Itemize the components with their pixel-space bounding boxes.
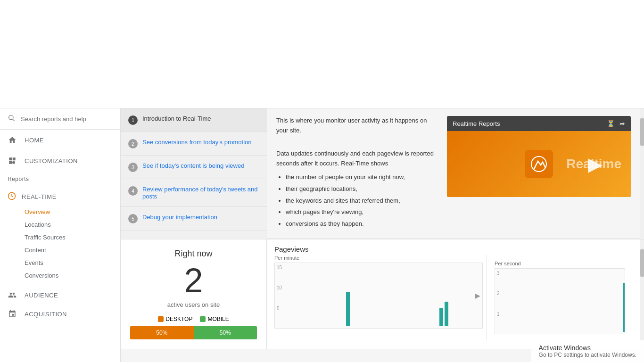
description-panel: This is where you monitor user activity … xyxy=(267,108,640,239)
windows-title: Activate Windows xyxy=(539,344,636,352)
per-minute-chart-area: 15 10 5 ▶ xyxy=(274,263,483,329)
video-title: Realtime Reports xyxy=(453,120,500,127)
realtime-label: REAL-TIME xyxy=(22,193,57,200)
video-share-icon[interactable]: ➦ xyxy=(619,120,625,127)
sidebar-item-events[interactable]: Events xyxy=(25,256,120,269)
mobile-bar: 50% xyxy=(194,326,257,339)
chart-bar xyxy=(439,308,443,326)
dashboard-row: Right now 2 active users on site DESKTOP… xyxy=(121,239,644,349)
windows-notice: Activate Windows Go to PC settings to ac… xyxy=(531,340,644,362)
sidebar-item-conversions[interactable]: Conversions xyxy=(25,269,120,282)
top-header xyxy=(0,0,644,108)
realtime-subnav: Overview Locations Traffic Sources Conte… xyxy=(0,206,120,282)
main-scrollbar[interactable] xyxy=(640,239,644,349)
right-now-title: Right now xyxy=(130,249,257,259)
sidebar-item-traffic-sources[interactable]: Traffic Sources xyxy=(25,231,120,244)
step-5-num: 5 xyxy=(128,214,138,223)
customization-icon xyxy=(8,156,17,165)
steps-panel: 1 Introduction to Real-Time 2 See conver… xyxy=(121,108,644,239)
active-users-label: active users on site xyxy=(130,301,257,308)
active-users-count: 2 xyxy=(130,263,257,297)
step-2-num: 2 xyxy=(128,139,138,148)
video-panel: Realtime Reports ⏳ ➦ xyxy=(447,116,631,231)
y-label-2: 2 xyxy=(497,291,500,296)
per-second-y-labels: 3 2 1 xyxy=(497,269,500,334)
step-3[interactable]: 3 See if today's content is being viewed xyxy=(121,156,267,179)
sidebar-item-home[interactable]: HOME xyxy=(0,130,120,150)
sidebar-item-audience[interactable]: AUDIENCE xyxy=(0,286,120,304)
step-4-link[interactable]: Review performance of today's tweets and… xyxy=(142,186,259,200)
realtime-overlay-text: Realtime xyxy=(566,156,621,172)
scrollbar-thumb[interactable] xyxy=(640,118,644,146)
legend-mobile: MOBILE xyxy=(200,316,229,322)
step-1-label: Introduction to Real-Time xyxy=(142,115,211,122)
bullet-5: conversions as they happen. xyxy=(286,219,438,229)
steps-list: 1 Introduction to Real-Time 2 See conver… xyxy=(121,108,267,239)
sidebar-item-overview[interactable]: Overview xyxy=(25,206,120,218)
charts-row: Per minute 15 10 5 ▶ xyxy=(274,255,633,340)
search-row[interactable]: Search reports and help xyxy=(0,108,120,130)
right-now-panel: Right now 2 active users on site DESKTOP… xyxy=(121,239,267,349)
per-minute-y-labels: 15 10 5 xyxy=(277,263,282,328)
desc-para1: Data updates continuously and each pagev… xyxy=(276,149,438,169)
step-4[interactable]: 4 Review performance of today's tweets a… xyxy=(121,179,267,207)
video-controls: ⏳ ➦ xyxy=(607,120,625,127)
mobile-dot xyxy=(200,316,206,322)
chart-next-icon[interactable]: ▶ xyxy=(475,292,480,299)
pageviews-panel: Pageviews Per minute 15 10 5 xyxy=(267,239,640,349)
step-2-link[interactable]: See conversions from today's promotion xyxy=(142,139,252,146)
realtime-section: REAL-TIME Overview Locations Traffic Sou… xyxy=(0,184,120,286)
chart-bar xyxy=(623,283,625,332)
search-label: Search reports and help xyxy=(21,115,86,123)
per-minute-label: Per minute xyxy=(274,255,483,261)
main-content: 1 Introduction to Real-Time 2 See conver… xyxy=(121,108,644,362)
panel-scrollbar[interactable] xyxy=(640,108,644,239)
y-label-10: 10 xyxy=(277,285,282,290)
video-logo xyxy=(525,150,553,178)
step-3-link[interactable]: See if today's content is being viewed xyxy=(142,162,244,169)
step-5[interactable]: 5 Debug your implementation xyxy=(121,207,267,230)
video-clock-icon[interactable]: ⏳ xyxy=(607,120,615,127)
video-thumbnail[interactable]: ▶ Realtime xyxy=(447,131,631,197)
y-label-5: 5 xyxy=(277,306,282,311)
per-minute-bars xyxy=(289,263,479,328)
audience-icon xyxy=(8,290,17,300)
sidebar-item-acquisition[interactable]: ACQUISITION xyxy=(0,304,120,323)
pageviews-title: Pageviews xyxy=(274,245,633,253)
per-second-bars xyxy=(509,269,621,334)
bullet-4: which pages they're viewing, xyxy=(286,207,438,217)
description-text: This is where you monitor user activity … xyxy=(276,116,438,231)
acquisition-icon xyxy=(8,309,17,319)
step-2[interactable]: 2 See conversions from today's promotion xyxy=(121,132,267,156)
audience-label: AUDIENCE xyxy=(25,292,58,299)
acquisition-label: ACQUISITION xyxy=(25,311,67,318)
y-label-15: 15 xyxy=(277,265,282,270)
svg-line-1 xyxy=(13,119,15,121)
desc-bullets: the number of people on your site right … xyxy=(276,173,438,229)
main-scrollbar-thumb[interactable] xyxy=(640,249,644,277)
device-bar: 50% 50% xyxy=(130,326,257,339)
legend-desktop: DESKTOP xyxy=(158,316,192,322)
per-second-chart: Per second 3 2 1 xyxy=(487,255,633,340)
chart-bar xyxy=(445,302,448,326)
step-1[interactable]: 1 Introduction to Real-Time xyxy=(121,108,267,132)
desc-intro: This is where you monitor user activity … xyxy=(276,116,438,136)
sidebar: Search reports and help HOME CUSTOMIZATI… xyxy=(0,108,121,362)
step-3-num: 3 xyxy=(128,163,138,172)
dashboard: Right now 2 active users on site DESKTOP… xyxy=(121,239,644,349)
bullet-2: their geographic locations, xyxy=(286,184,438,194)
customization-label: CUSTOMIZATION xyxy=(25,157,78,165)
sidebar-item-customization[interactable]: CUSTOMIZATION xyxy=(0,150,120,171)
realtime-header[interactable]: REAL-TIME xyxy=(0,188,120,206)
search-icon xyxy=(8,114,15,123)
video-container: Realtime Reports ⏳ ➦ xyxy=(447,116,631,197)
chart-bar xyxy=(346,292,350,326)
realtime-icon xyxy=(8,192,16,202)
y-label-3: 3 xyxy=(497,271,500,276)
per-minute-chart: Per minute 15 10 5 ▶ xyxy=(274,255,483,340)
sidebar-item-locations[interactable]: Locations xyxy=(25,218,120,231)
sidebar-item-content[interactable]: Content xyxy=(25,244,120,256)
y-label-1: 1 xyxy=(497,312,500,317)
step-5-link[interactable]: Debug your implementation xyxy=(142,214,217,221)
mobile-legend-label: MOBILE xyxy=(207,316,229,322)
